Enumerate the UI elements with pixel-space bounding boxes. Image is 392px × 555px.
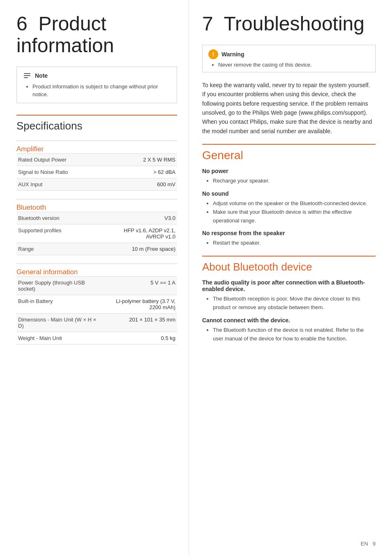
spec-label: Signal to Noise Ratio bbox=[16, 166, 105, 178]
table-row: Dimensions - Main Unit (W × H × D) 201 ×… bbox=[16, 313, 177, 332]
spec-value: 201 × 101 × 35 mm bbox=[105, 313, 177, 332]
trouble-item-no-power: No power Recharge your speaker. bbox=[202, 168, 376, 185]
general-info-title: General information bbox=[16, 264, 177, 276]
table-row: Signal to Noise Ratio > 62 dBA bbox=[16, 166, 177, 178]
chapter-6-number: 6 bbox=[16, 13, 28, 35]
poor-audio-title: The audio quality is poor after connecti… bbox=[202, 279, 376, 292]
specifications-title: Specifications bbox=[16, 115, 177, 132]
spec-label: Bluetooth version bbox=[16, 212, 105, 224]
spec-label: Range bbox=[16, 243, 105, 255]
spec-value: V3.0 bbox=[105, 212, 177, 224]
cannot-connect-list: The Bluetooth function of the device is … bbox=[202, 326, 376, 343]
spec-label: AUX Input bbox=[16, 178, 105, 190]
warning-label: Warning bbox=[221, 51, 244, 58]
table-row: Range 10 m (Free space) bbox=[16, 243, 177, 255]
spec-value: Li-polymer battery (3.7 V, 2200 mAh) bbox=[105, 295, 177, 313]
cannot-connect-title: Cannot connect with the device. bbox=[202, 317, 376, 324]
warning-items: Never remove the casing of this device. bbox=[208, 62, 369, 68]
spec-label: Built-in Battery bbox=[16, 295, 105, 313]
trouble-item-cannot-connect: Cannot connect with the device. The Blue… bbox=[202, 317, 376, 343]
about-bluetooth-section: About Bluetooth device The audio quality… bbox=[202, 256, 376, 343]
no-sound-title: No sound bbox=[202, 190, 376, 197]
spec-label: Power Supply (through USB socket) bbox=[16, 276, 105, 295]
cannot-connect-item-0: The Bluetooth function of the device is … bbox=[213, 326, 376, 343]
amplifier-title: Amplifier bbox=[16, 141, 177, 153]
note-items: Product information is subject to change… bbox=[23, 83, 171, 99]
no-response-title: No response from the speaker bbox=[202, 230, 376, 236]
intro-text: To keep the warranty valid, never try to… bbox=[202, 81, 376, 136]
spec-label: Dimensions - Main Unit (W × H × D) bbox=[16, 313, 105, 332]
footer-lang: EN bbox=[361, 541, 368, 547]
no-power-list: Recharge your speaker. bbox=[202, 177, 376, 185]
general-info-table: Power Supply (through USB socket) 5 V ==… bbox=[16, 276, 177, 345]
warning-box: ! Warning Never remove the casing of thi… bbox=[202, 45, 376, 72]
chapter-7-title: 7 Troubleshooting bbox=[202, 13, 376, 35]
spec-value: 0.5 kg bbox=[105, 332, 177, 344]
note-icon bbox=[23, 71, 32, 80]
warning-icon: ! bbox=[208, 49, 218, 59]
table-row: Built-in Battery Li-polymer battery (3.7… bbox=[16, 295, 177, 313]
spec-value: > 62 dBA bbox=[105, 166, 177, 178]
trouble-item-no-sound: No sound Adjust volume on the speaker or… bbox=[202, 190, 376, 225]
table-row: Power Supply (through USB socket) 5 V ==… bbox=[16, 276, 177, 295]
warning-item-0: Never remove the casing of this device. bbox=[218, 62, 369, 68]
svg-rect-2 bbox=[24, 77, 28, 78]
poor-audio-list: The Bluetooth reception is poor. Move th… bbox=[202, 295, 376, 312]
note-box: Note Product information is subject to c… bbox=[16, 67, 177, 103]
no-power-item-0: Recharge your speaker. bbox=[213, 177, 376, 185]
spec-label: Weight - Main Unit bbox=[16, 332, 105, 344]
spec-value: 2 X 5 W RMS bbox=[105, 153, 177, 166]
spec-value: 600 mV bbox=[105, 178, 177, 190]
table-row: Supported profiles HFP v1.6, A2DP v2.1, … bbox=[16, 224, 177, 243]
svg-rect-0 bbox=[24, 73, 30, 74]
general-title: General bbox=[202, 149, 376, 162]
note-header: Note bbox=[23, 71, 171, 80]
warning-header: ! Warning bbox=[208, 49, 369, 59]
spec-value: 5 V == 1 A bbox=[105, 276, 177, 295]
spec-value: 10 m (Free space) bbox=[105, 243, 177, 255]
no-response-list: Restart the speaker. bbox=[202, 239, 376, 247]
page-footer: EN 9 bbox=[361, 541, 376, 547]
note-label: Note bbox=[35, 72, 48, 79]
spec-label: Rated Output Power bbox=[16, 153, 105, 166]
about-bluetooth-title: About Bluetooth device bbox=[202, 261, 376, 273]
note-item-0: Product information is subject to change… bbox=[32, 83, 171, 99]
poor-audio-item-0: The Bluetooth reception is poor. Move th… bbox=[213, 295, 376, 312]
no-sound-item-1: Make sure that your Bluetooth device is … bbox=[213, 208, 376, 225]
bluetooth-title: Bluetooth bbox=[16, 199, 177, 212]
spec-value: HFP v1.6, A2DP v2.1, AVRCP v1.0 bbox=[105, 224, 177, 243]
footer-page: 9 bbox=[373, 541, 376, 547]
table-row: Weight - Main Unit 0.5 kg bbox=[16, 332, 177, 344]
no-sound-item-0: Adjust volume on the speaker or the Blue… bbox=[213, 199, 376, 208]
table-row: Rated Output Power 2 X 5 W RMS bbox=[16, 153, 177, 166]
chapter-7-label: Troubleshooting bbox=[224, 13, 364, 35]
chapter-6-label: Product information bbox=[16, 13, 114, 56]
trouble-item-no-response: No response from the speaker Restart the… bbox=[202, 230, 376, 247]
no-power-title: No power bbox=[202, 168, 376, 174]
chapter-6-title: 6 Product information bbox=[16, 13, 177, 57]
chapter-7-number: 7 bbox=[202, 13, 213, 35]
svg-rect-1 bbox=[24, 75, 30, 76]
general-section: General No power Recharge your speaker. … bbox=[202, 144, 376, 247]
spec-label: Supported profiles bbox=[16, 224, 105, 243]
no-sound-list: Adjust volume on the speaker or the Blue… bbox=[202, 199, 376, 225]
trouble-item-poor-audio: The audio quality is poor after connecti… bbox=[202, 279, 376, 312]
table-row: Bluetooth version V3.0 bbox=[16, 212, 177, 224]
no-response-item-0: Restart the speaker. bbox=[213, 239, 376, 247]
table-row: AUX Input 600 mV bbox=[16, 178, 177, 190]
amplifier-table: Rated Output Power 2 X 5 W RMS Signal to… bbox=[16, 153, 177, 191]
bluetooth-table: Bluetooth version V3.0 Supported profile… bbox=[16, 212, 177, 255]
